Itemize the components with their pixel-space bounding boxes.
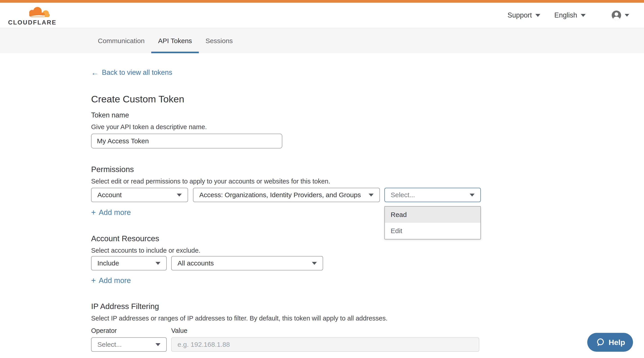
value-label: Value: [171, 327, 187, 334]
menu-item-read[interactable]: Read: [385, 207, 480, 223]
cloudflare-logo[interactable]: CLOUDFLARE: [8, 7, 53, 26]
chevron-down-icon: [581, 14, 586, 17]
operator-label: Operator: [91, 327, 117, 334]
add-more-label: Add more: [99, 208, 131, 217]
ip-value-input[interactable]: [171, 337, 479, 352]
plus-icon: +: [91, 276, 96, 284]
permission-access-dropdown[interactable]: Select...: [384, 188, 481, 202]
operator-dropdown[interactable]: Select...: [91, 337, 167, 352]
tab-communication[interactable]: Communication: [91, 28, 151, 53]
account-resources-heading: Account Resources: [91, 234, 159, 243]
permissions-add-more-link[interactable]: + Add more: [91, 208, 131, 217]
permission-resource-dropdown[interactable]: Access: Organizations, Identity Provider…: [193, 188, 380, 202]
account-resources-description: Select accounts to include or exclude.: [91, 247, 200, 254]
support-label: Support: [508, 11, 532, 19]
account-menu[interactable]: [612, 11, 629, 20]
chevron-down-icon: [156, 262, 160, 265]
header-right-nav: Support English: [508, 3, 629, 28]
plus-icon: +: [91, 208, 96, 216]
permission-access-placeholder: Select...: [391, 191, 415, 199]
token-name-input[interactable]: [91, 134, 282, 148]
permission-scope-value: Account: [98, 191, 122, 199]
token-name-heading: Token name: [91, 111, 129, 119]
ip-filtering-description: Select IP addresses or ranges of IP addr…: [91, 315, 388, 322]
language-menu[interactable]: English: [554, 11, 586, 19]
account-select-dropdown[interactable]: All accounts: [171, 256, 323, 270]
back-arrow-icon: ←: [91, 69, 99, 76]
access-dropdown-menu: Read Edit: [384, 206, 481, 239]
chevron-down-icon: [312, 262, 317, 265]
tab-bar: Communication API Tokens Sessions: [0, 28, 644, 53]
chevron-down-icon: [536, 14, 540, 17]
cloudflare-cloud-icon: [8, 7, 53, 20]
account-mode-dropdown[interactable]: Include: [91, 256, 167, 270]
help-button[interactable]: Help: [587, 333, 633, 352]
help-button-label: Help: [608, 338, 625, 347]
operator-placeholder: Select...: [98, 341, 122, 348]
page-title: Create Custom Token: [91, 94, 184, 105]
main-content: ← Back to view all tokens Create Custom …: [0, 53, 644, 358]
back-to-tokens-link[interactable]: ← Back to view all tokens: [91, 69, 172, 77]
support-menu[interactable]: Support: [508, 11, 540, 19]
back-link-label: Back to view all tokens: [102, 69, 172, 77]
chevron-down-icon: [177, 194, 182, 197]
token-name-description: Give your API token a descriptive name.: [91, 123, 207, 131]
tab-sessions[interactable]: Sessions: [199, 28, 240, 53]
add-more-label: Add more: [99, 276, 131, 285]
user-avatar-icon: [612, 11, 621, 20]
chevron-down-icon: [369, 194, 374, 197]
chevron-down-icon: [625, 14, 629, 17]
account-resources-add-more-link[interactable]: + Add more: [91, 276, 131, 285]
permissions-description: Select edit or read permissions to apply…: [91, 178, 330, 185]
chevron-down-icon: [470, 194, 474, 197]
chat-bubble-icon: [595, 337, 606, 347]
permissions-heading: Permissions: [91, 165, 134, 174]
top-orange-bar: [0, 0, 644, 3]
language-label: English: [554, 11, 577, 19]
menu-item-edit[interactable]: Edit: [385, 223, 480, 239]
permission-scope-dropdown[interactable]: Account: [91, 188, 188, 202]
ip-filtering-heading: IP Address Filtering: [91, 302, 159, 311]
chevron-down-icon: [156, 343, 160, 346]
account-select-value: All accounts: [178, 259, 214, 267]
cloudflare-wordmark: CLOUDFLARE: [8, 19, 56, 26]
permission-resource-value: Access: Organizations, Identity Provider…: [199, 191, 361, 199]
header: CLOUDFLARE Support English: [0, 3, 644, 28]
account-mode-value: Include: [98, 259, 119, 267]
tab-api-tokens[interactable]: API Tokens: [151, 28, 198, 53]
